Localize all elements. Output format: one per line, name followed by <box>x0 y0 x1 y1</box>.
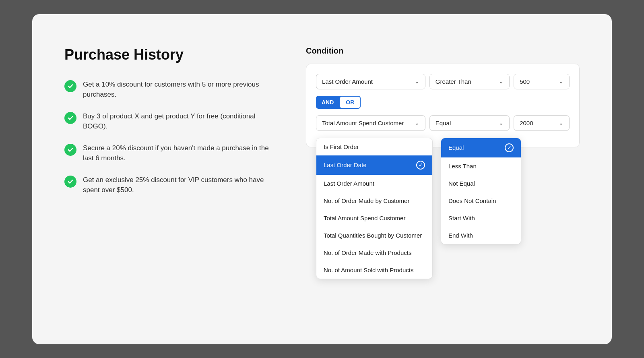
condition-box: Last Order Amount ⌄ Greater Than ⌄ 500 ⌄… <box>306 64 580 147</box>
right-panel: Condition Last Order Amount ⌄ Greater Th… <box>306 38 580 147</box>
list-item: Secure a 20% discount if you haven't mad… <box>64 143 274 163</box>
chevron-down-icon: ⌄ <box>499 78 504 85</box>
checklist-text-3: Secure a 20% discount if you haven't mad… <box>83 143 274 163</box>
operator-option-equal[interactable]: Equal ✓ <box>441 138 521 157</box>
field-value-1: Last Order Amount <box>322 78 373 85</box>
value-2: 2000 <box>520 120 533 126</box>
operator-option-less-than[interactable]: Less Than <box>441 157 521 175</box>
list-item: Buy 3 of product X and get product Y for… <box>64 111 274 132</box>
left-panel: Purchase History Get a 10% discount for … <box>64 38 274 195</box>
logic-toggle[interactable]: AND OR <box>316 96 361 109</box>
selected-check-icon: ✓ <box>416 161 425 170</box>
operator-value-1: Greater Than <box>436 78 471 85</box>
condition-row-2: Total Amount Spend Customer ⌄ Equal ⌄ 20… <box>316 115 570 131</box>
operator-dropdown-menu: Equal ✓ Less Than Not Equal Does Not Con… <box>441 138 521 244</box>
selected-operator-check-icon: ✓ <box>505 143 514 152</box>
value-dropdown-2[interactable]: 2000 ⌄ <box>514 115 570 131</box>
operator-option-end-with[interactable]: End With <box>441 227 521 244</box>
condition-label: Condition <box>306 46 580 56</box>
field-option-no-of-order-with-products[interactable]: No. of Order Made with Products <box>316 244 432 261</box>
field-option-total-quantities[interactable]: Total Quantities Bought by Customer <box>316 227 432 244</box>
check-icon-3 <box>64 144 76 156</box>
list-item: Get an exclusive 25% discount for VIP cu… <box>64 175 274 195</box>
field-value-2: Total Amount Spend Customer <box>322 120 404 126</box>
and-button[interactable]: AND <box>316 97 339 108</box>
chevron-down-icon: ⌄ <box>559 78 564 85</box>
check-icon-1 <box>64 80 76 92</box>
checklist-text-4: Get an exclusive 25% discount for VIP cu… <box>83 175 274 195</box>
field-option-last-order-amount[interactable]: Last Order Amount <box>316 175 432 192</box>
operator-option-does-not-contain[interactable]: Does Not Contain <box>441 192 521 209</box>
field-dropdown-1[interactable]: Last Order Amount ⌄ <box>316 74 425 89</box>
field-option-total-amount-spend[interactable]: Total Amount Spend Customer <box>316 209 432 227</box>
or-button[interactable]: OR <box>340 97 360 108</box>
operator-dropdown-1[interactable]: Greater Than ⌄ <box>429 74 510 89</box>
main-window: Purchase History Get a 10% discount for … <box>32 14 612 344</box>
field-dropdown-menu: Is First Order Last Order Date ✓ Last Or… <box>316 138 433 279</box>
value-dropdown-1[interactable]: 500 ⌄ <box>514 74 570 89</box>
check-icon-4 <box>64 176 76 188</box>
checklist: Get a 10% discount for customers with 5 … <box>64 79 274 195</box>
value-1: 500 <box>520 78 530 85</box>
field-option-is-first-order[interactable]: Is First Order <box>316 138 432 155</box>
check-icon-2 <box>64 112 76 124</box>
condition-row-1: Last Order Amount ⌄ Greater Than ⌄ 500 ⌄ <box>316 74 570 89</box>
operator-option-start-with[interactable]: Start With <box>441 209 521 227</box>
field-option-no-of-amount-sold[interactable]: No. of Amount Sold with Products <box>316 261 432 279</box>
field-dropdown-2[interactable]: Total Amount Spend Customer ⌄ <box>316 115 425 131</box>
chevron-down-icon: ⌄ <box>415 120 419 126</box>
chevron-down-icon: ⌄ <box>499 120 504 126</box>
operator-value-2: Equal <box>436 120 451 126</box>
checklist-text-2: Buy 3 of product X and get product Y for… <box>83 111 274 132</box>
list-item: Get a 10% discount for customers with 5 … <box>64 79 274 100</box>
operator-option-not-equal[interactable]: Not Equal <box>441 175 521 192</box>
field-option-last-order-date[interactable]: Last Order Date ✓ <box>316 155 432 175</box>
operator-dropdown-2[interactable]: Equal ⌄ <box>429 115 510 131</box>
chevron-down-icon: ⌄ <box>415 78 419 85</box>
page-title: Purchase History <box>64 46 274 63</box>
checklist-text-1: Get a 10% discount for customers with 5 … <box>83 79 274 100</box>
dropdowns-container: Total Amount Spend Customer ⌄ Equal ⌄ 20… <box>316 115 570 131</box>
chevron-down-icon: ⌄ <box>559 120 564 126</box>
field-option-no-of-order-by-customer[interactable]: No. of Order Made by Customer <box>316 192 432 209</box>
